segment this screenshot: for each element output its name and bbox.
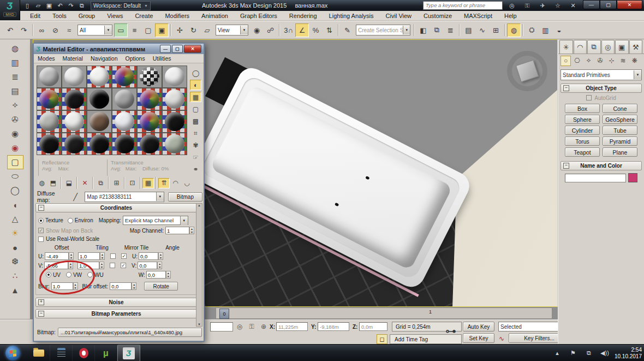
absolute-mode-icon[interactable]: ⊕ — [259, 322, 269, 332]
put-to-scene-icon[interactable]: ⬒ — [47, 178, 59, 188]
dialog-minimize-button[interactable]: — — [160, 45, 171, 53]
render-teapot-icon[interactable]: ◍ — [7, 42, 23, 56]
category-geometry-icon[interactable]: ○ — [560, 56, 571, 66]
map-name-dropdown[interactable]: Map #2138383111 ▼ — [85, 192, 164, 202]
object-name-input[interactable] — [565, 174, 626, 182]
material-sample-9[interactable] — [87, 88, 112, 110]
material-sample-4[interactable] — [112, 66, 137, 88]
material-sample-17[interactable] — [137, 110, 162, 133]
taskbar-explorer[interactable] — [28, 345, 50, 361]
material-sample-23[interactable] — [137, 133, 162, 155]
menu-animation[interactable]: Animation — [195, 11, 234, 21]
tab-display[interactable]: ▣ — [615, 40, 629, 54]
material-sample-20[interactable] — [62, 133, 87, 155]
put-to-library-icon[interactable]: ⊞ — [111, 178, 122, 188]
schematic-view-icon[interactable]: ⊞ — [489, 23, 503, 37]
vw-radio[interactable] — [66, 272, 71, 277]
z-coordinate-field[interactable]: 0,0m — [359, 322, 387, 331]
rendered-frame-icon[interactable]: ▥ — [539, 23, 552, 37]
material-options-icon[interactable]: ✾ — [190, 140, 201, 150]
angle-u-field[interactable]: 0,0 — [139, 252, 158, 260]
make-unique-icon[interactable]: ⧉ — [95, 178, 106, 188]
isolate-toggle-icon[interactable]: ◎ — [235, 322, 245, 332]
render-setup-list-icon[interactable]: ≣ — [7, 70, 23, 84]
tile-u-checkbox[interactable]: ✓ — [121, 253, 127, 259]
tab-utilities[interactable]: ⚒ — [629, 40, 643, 54]
tile-v-checkbox[interactable]: ✓ — [121, 263, 126, 268]
sun-light-icon[interactable]: ☀ — [7, 226, 23, 240]
molecule-tool-icon[interactable]: ∴ — [7, 269, 23, 283]
noise-rollout[interactable]: + Noise — [35, 298, 197, 307]
mirror-v-checkbox[interactable] — [110, 263, 115, 268]
viewcube-cube[interactable] — [516, 60, 539, 82]
category-shapes-icon[interactable]: ⎔ — [572, 56, 582, 66]
camera-icon[interactable]: ◉ — [7, 127, 23, 141]
material-editor-titlebar[interactable]: Ӡ Material Editor - апвапимстппввмм — ▢ … — [34, 44, 204, 54]
category-lights-icon[interactable]: ✧ — [583, 56, 594, 66]
reset-map-icon[interactable]: ✕ — [79, 178, 91, 188]
show-end-result-icon[interactable]: ⇈ — [158, 178, 170, 188]
material-sample-8[interactable] — [62, 88, 87, 110]
show-map-in-viewport-icon[interactable]: ▦ — [142, 178, 154, 188]
params-scrollbar[interactable]: ▲▼ — [196, 203, 202, 327]
primitive-category-dropdown[interactable]: Standard Primitives ▼ — [560, 69, 642, 80]
snaps-toggle-icon[interactable]: 3∩ — [282, 23, 295, 37]
new-file-icon[interactable]: ▯ — [22, 1, 33, 10]
category-spacewarps-icon[interactable]: ≋ — [618, 56, 628, 66]
taskbar-utorrent[interactable]: µ — [95, 345, 117, 361]
menu-civil-view[interactable]: Civil View — [380, 11, 418, 21]
material-sample-2[interactable] — [62, 66, 87, 88]
tab-motion[interactable]: ◎ — [601, 40, 615, 54]
make-preview-icon[interactable]: ⌗ — [190, 128, 201, 138]
angle-u-spinner[interactable]: ▲▼ — [158, 252, 163, 260]
bitmap-path-button[interactable]: ...017\элитарный\мансуровы\плитка\1_640x… — [58, 328, 202, 337]
taskbar-calculator[interactable] — [50, 345, 73, 361]
menu-modifiers[interactable]: Modifiers — [159, 11, 195, 21]
menu-graph-editors[interactable]: Graph Editors — [234, 11, 283, 21]
batch-render-icon[interactable]: ▤ — [7, 84, 23, 98]
create-pyramid-button[interactable]: Pyramid — [603, 137, 637, 146]
category-cameras-icon[interactable]: ✇ — [595, 56, 605, 66]
create-geosphere-button[interactable]: GeoSphere — [603, 115, 637, 124]
cone-primitive-icon[interactable]: △ — [7, 212, 23, 226]
sample-type-icon[interactable]: ◯ — [190, 68, 201, 78]
show-map-on-back-checkbox[interactable]: ✓ — [38, 228, 44, 233]
dialog-close-button[interactable]: ✕ — [184, 45, 201, 53]
material-sample-7[interactable] — [37, 88, 62, 110]
get-material-icon[interactable]: ◍ — [36, 178, 47, 188]
me-menu-modes[interactable]: Modes — [34, 54, 59, 63]
tab-hierarchy[interactable]: ⧉ — [587, 40, 601, 54]
time-slider-handle[interactable]: 0 — [219, 309, 229, 319]
offset-u-spinner[interactable]: ▲▼ — [69, 252, 74, 260]
menu-lighting-analysis[interactable]: Lighting Analysis — [323, 11, 380, 21]
time-tag-cube-icon[interactable]: ◻ — [377, 334, 387, 344]
menu-tools[interactable]: Tools — [46, 11, 73, 21]
material-sample-11[interactable] — [137, 88, 162, 110]
save-file-icon[interactable]: ▣ — [44, 1, 55, 10]
time-slider[interactable]: 0 1 — [216, 307, 552, 319]
circle-tool-icon[interactable]: ◯ — [7, 184, 23, 198]
named-selection-dropdown[interactable]: Create Selection Se▼ — [356, 25, 410, 35]
maximize-button[interactable]: ▢ — [600, 0, 617, 9]
material-sample-10[interactable] — [112, 88, 137, 110]
menu-create[interactable]: Create — [129, 11, 159, 21]
blur-offset-field[interactable]: 0,0 — [110, 282, 132, 290]
angle-w-spinner[interactable]: ▲▼ — [166, 271, 171, 279]
blur-spinner[interactable]: ▲▼ — [73, 282, 78, 290]
material-editor-icon[interactable]: ◍ — [507, 23, 521, 37]
object-color-swatch[interactable] — [628, 173, 637, 182]
create-plane-button[interactable]: Plane — [603, 147, 637, 157]
tab-modify[interactable]: ◠ — [574, 40, 587, 54]
communication-icon[interactable]: ✈ — [537, 1, 548, 10]
y-coordinate-field[interactable]: -9,188m — [318, 322, 349, 331]
tiling-u-spinner[interactable]: ▲▼ — [100, 252, 105, 260]
sphere-primitive-icon[interactable]: ● — [7, 240, 23, 255]
select-scale-icon[interactable]: ▱ — [200, 23, 214, 37]
material-sample-6[interactable] — [162, 66, 187, 88]
curve-editor-icon[interactable]: ∿ — [475, 23, 489, 37]
app-logo[interactable]: Ӡ MXD — [0, 0, 20, 20]
real-world-scale-checkbox[interactable] — [38, 236, 44, 242]
tray-expand-icon[interactable]: ▴ — [552, 349, 563, 358]
percent-snap-icon[interactable]: % — [309, 23, 323, 37]
uv-radio[interactable] — [46, 272, 51, 277]
